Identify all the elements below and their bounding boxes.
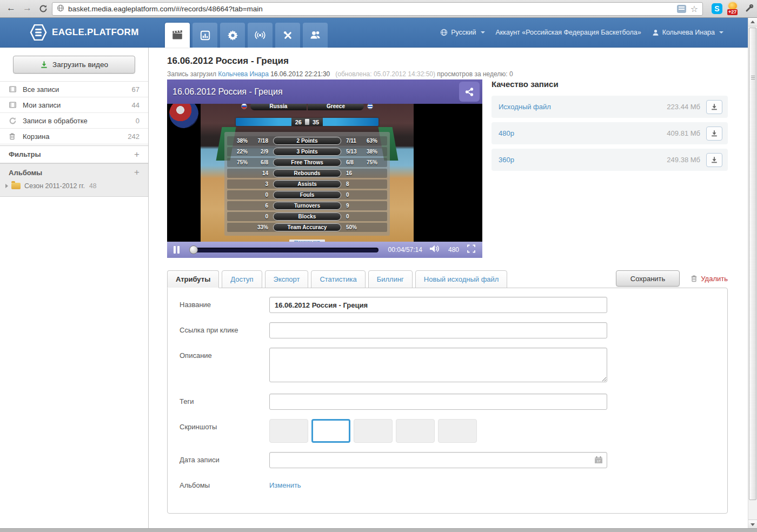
stat-row: 38%7/182 Points7/1163% [227, 136, 387, 145]
skype-extension-icon[interactable]: S [712, 3, 722, 14]
weather-extension-icon[interactable]: +27 [727, 2, 739, 15]
weather-badge: +27 [727, 9, 738, 15]
field-label-tags: Теги [168, 394, 269, 410]
sidebar-item-trash[interactable]: Корзина 242 [0, 129, 148, 144]
share-button[interactable] [459, 82, 480, 102]
users-icon [310, 30, 321, 41]
download-button[interactable] [706, 127, 722, 141]
globe-icon [440, 29, 448, 36]
scroll-up-button[interactable] [748, 18, 757, 26]
stat-row: 33%Team Accuracy50% [227, 223, 387, 232]
save-page-icon[interactable] [677, 5, 686, 13]
browser-scrollbar[interactable] [748, 18, 757, 528]
nav-tab-records[interactable] [165, 23, 190, 48]
calendar-icon[interactable]: 17 [594, 456, 603, 466]
record-date-input[interactable] [269, 452, 607, 468]
browser-refresh-icon[interactable] [39, 4, 48, 15]
tab-new-source-file[interactable]: Новый исходный файл [415, 270, 508, 288]
download-button[interactable] [706, 100, 722, 114]
folder-icon [11, 183, 21, 189]
screenshots-list [269, 419, 607, 443]
field-label-record-date: Дата записи [168, 452, 269, 468]
album-count: 48 [89, 182, 96, 190]
nav-tab-statistics[interactable] [192, 23, 217, 48]
browser-toolbar: ← → basket.media.eagleplatform.com/#/rec… [0, 0, 757, 18]
add-filter-icon[interactable]: + [134, 149, 140, 160]
scroll-down-button[interactable] [748, 520, 757, 528]
title-input[interactable] [269, 297, 607, 313]
sidebar-filters[interactable]: Фильтры + [0, 145, 148, 163]
refresh-icon [9, 117, 18, 125]
main-content: 16.06.2012 Россия - Греция Запись загруз… [149, 48, 748, 528]
save-button[interactable]: Сохранить [616, 270, 680, 287]
account-link[interactable]: Аккаунт «Российская Федерация Баскетбола… [496, 29, 641, 36]
upload-icon [40, 61, 48, 69]
russia-flag-icon [241, 103, 247, 109]
fullscreen-button[interactable] [467, 244, 476, 255]
screenshot-thumb[interactable] [438, 419, 477, 443]
tab-export[interactable]: Экспорт [265, 270, 309, 288]
svg-text:17: 17 [597, 460, 601, 463]
language-selector[interactable]: Русский [440, 29, 484, 36]
screenshot-thumb-selected[interactable] [311, 419, 350, 443]
browser-forward-icon[interactable]: → [23, 3, 32, 14]
eagle-platform-logo[interactable]: EAGLE.PLATFORM [30, 24, 139, 41]
user-menu[interactable]: Колычева Инара [652, 29, 723, 36]
file-size: 409.81 Мб [667, 129, 700, 137]
upload-datetime: 16.06.2012 22:21:30 [270, 70, 330, 78]
sidebar-item-all-records[interactable]: Все записи 67 [0, 82, 148, 97]
share-icon [464, 87, 475, 97]
screenshot-thumb[interactable] [269, 419, 308, 443]
person-icon [652, 29, 659, 36]
delete-button[interactable]: Удалить [690, 275, 728, 283]
pause-button[interactable] [174, 246, 180, 254]
expand-arrow-icon[interactable] [5, 184, 8, 188]
upload-video-button[interactable]: Загрузить видео [13, 56, 135, 74]
album-name: Сезон 2011-2012 гг. [24, 182, 85, 190]
tab-attributes[interactable]: Атрибуты [167, 270, 219, 288]
scrollbar-thumb[interactable] [749, 28, 756, 500]
nav-tab-broadcast[interactable] [248, 23, 273, 48]
albums-header[interactable]: Альбомы + [0, 164, 148, 181]
bookmark-star-icon[interactable]: ☆ [690, 5, 698, 14]
site-security-icon [57, 4, 64, 14]
seek-handle[interactable] [189, 245, 198, 254]
tags-input[interactable] [269, 394, 607, 410]
quality-row-source: Исходный файл 223.44 Мб [492, 96, 728, 118]
tab-access[interactable]: Доступ [222, 270, 262, 288]
filters-label: Фильтры [9, 150, 41, 158]
nav-tab-settings[interactable] [220, 23, 245, 48]
uploader-link[interactable]: Колычева Инара [218, 70, 268, 78]
volume-button[interactable] [429, 244, 441, 256]
add-album-icon[interactable]: + [134, 167, 140, 178]
sidebar-item-processing[interactable]: Записи в обработке 0 [0, 113, 148, 129]
quality-link[interactable]: 360p [499, 156, 667, 164]
nav-tab-tools[interactable] [275, 23, 300, 48]
description-textarea[interactable] [269, 348, 607, 382]
download-button[interactable] [706, 153, 722, 167]
scoreboard-overlay: Russia Greece 26 35 38%7/182 Points7/116… [224, 102, 390, 244]
stat-row: 6Turnovers9 [227, 201, 387, 210]
quality-link[interactable]: Исходный файл [499, 103, 667, 111]
seek-bar[interactable] [192, 248, 378, 252]
chevron-down-icon [481, 31, 485, 34]
quality-link[interactable]: 480p [499, 129, 667, 137]
away-score: 35 [313, 119, 319, 125]
tab-statistics[interactable]: Статистика [311, 270, 365, 288]
address-bar[interactable]: basket.media.eagleplatform.com/#/records… [52, 2, 703, 16]
album-item-season[interactable]: Сезон 2011-2012 гг. 48 [0, 181, 148, 191]
click-url-input[interactable] [269, 322, 607, 338]
tab-billing[interactable]: Биллинг [368, 270, 413, 288]
quality-display[interactable]: 480 [448, 246, 459, 254]
browser-menu-wrench-icon[interactable] [744, 4, 754, 14]
sidebar-item-my-records[interactable]: Мои записи 44 [0, 97, 148, 113]
nav-tab-users[interactable] [303, 23, 328, 48]
browser-back-icon[interactable]: ← [6, 3, 16, 14]
change-albums-link[interactable]: Изменить [269, 477, 301, 489]
sidebar-albums-section: Альбомы + Сезон 2011-2012 гг. 48 [0, 163, 148, 197]
screenshot-thumb[interactable] [354, 419, 393, 443]
quality-section: Качество записи Исходный файл 223.44 Мб … [492, 79, 728, 175]
screenshot-thumb[interactable] [396, 419, 435, 443]
video-player[interactable]: Russia Greece 26 35 38%7/182 Points7/116… [167, 79, 482, 258]
sidebar-item-count: 67 [132, 85, 140, 94]
